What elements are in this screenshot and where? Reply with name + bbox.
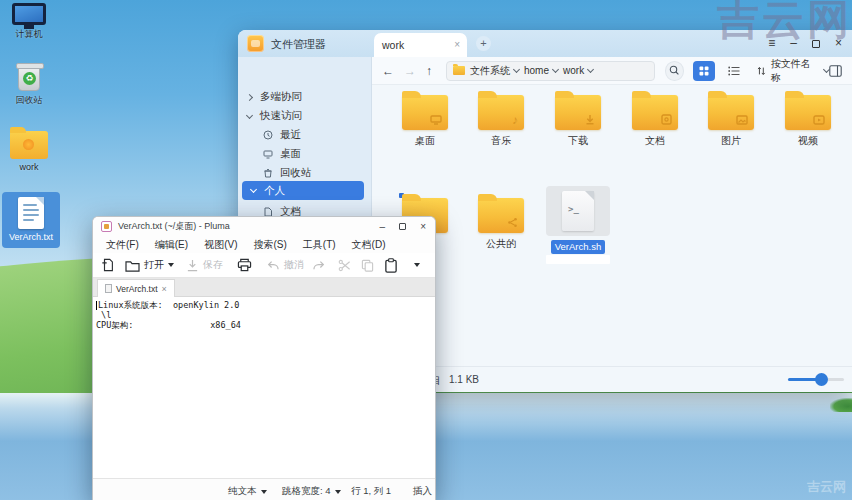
desktop-icon-label: VerArch.txt (2, 232, 60, 242)
tab-width-label: 跳格宽度: 4 (282, 485, 331, 498)
sidebar-item-personal[interactable]: 个人 (242, 181, 364, 200)
sidebar-item-desktop[interactable]: 桌面 (238, 146, 372, 162)
pluma-toolbar: 打开 保存 撤消 (93, 253, 435, 278)
open-button[interactable]: 打开 (125, 258, 174, 272)
folder-icon (478, 198, 524, 233)
folder-icon (453, 66, 465, 75)
sidebar-item-multi-device[interactable]: 多端协同 (238, 89, 372, 105)
back-icon[interactable]: ← (382, 64, 394, 78)
breadcrumb[interactable]: 文件系统 home work (446, 61, 655, 81)
folder-item-music[interactable]: ♪ 音乐 (469, 95, 533, 148)
forward-icon[interactable]: → (404, 64, 416, 78)
breadcrumb-work[interactable]: work (563, 65, 593, 76)
up-icon[interactable]: ↑ (426, 64, 432, 78)
cursor-position-label: 行 1, 列 1 (351, 485, 391, 498)
pluma-statusbar: 纯文本 跳格宽度: 4 行 1, 列 1 插入 (93, 478, 435, 500)
folder-icon (708, 95, 754, 130)
label-edit-area (546, 255, 610, 264)
sidebar-item-recent[interactable]: 最近 (238, 127, 372, 143)
tab-work[interactable]: work × (374, 33, 467, 57)
maximize-icon[interactable] (399, 223, 406, 230)
paste-button[interactable] (384, 258, 398, 273)
menu-file[interactable]: 文件(F) (99, 238, 146, 252)
redo-button[interactable] (312, 259, 326, 271)
desktop-icon-label: work (0, 162, 58, 172)
pluma-window-title: VerArch.txt (~/桌面) - Pluma (118, 220, 230, 233)
editor-line-text: Linux系统版本: openKylin 2.0 (98, 300, 239, 310)
close-icon[interactable]: × (420, 221, 426, 232)
cut-button[interactable] (338, 259, 351, 272)
pluma-menubar: 文件(F) 编辑(E) 视图(V) 搜索(S) 工具(T) 文档(D) (93, 236, 435, 253)
new-tab-button[interactable]: + (476, 36, 491, 51)
folder-item-downloads[interactable]: 下载 (546, 95, 610, 148)
highlight-mode-selector[interactable]: 纯文本 (228, 485, 267, 498)
menu-documents[interactable]: 文档(D) (345, 238, 393, 252)
chevron-down-icon (335, 490, 341, 494)
menu-edit[interactable]: 编辑(E) (148, 238, 195, 252)
sidebar-item-label: 桌面 (280, 147, 301, 161)
tab-close-icon[interactable]: × (162, 284, 167, 294)
file-item-verarch-sh[interactable]: >_ VerArch.sh (546, 186, 610, 264)
tab-width-selector[interactable]: 跳格宽度: 4 (282, 485, 341, 498)
folder-item-documents[interactable]: 文档 (623, 95, 687, 148)
tab-close-icon[interactable]: × (454, 33, 460, 57)
shell-script-icon: >_ (562, 191, 594, 231)
search-button[interactable] (665, 61, 685, 81)
sidebar-item-label: 最近 (280, 128, 301, 142)
desktop-icon-verarch-txt[interactable]: VerArch.txt (2, 192, 60, 248)
desktop-icon-work-folder[interactable]: work (0, 131, 58, 172)
folder-item-public[interactable]: 公共的 (469, 198, 533, 251)
folder-label: 视频 (776, 134, 840, 148)
zoom-slider-handle[interactable] (815, 373, 828, 386)
folder-item-pictures[interactable]: 图片 (699, 95, 763, 148)
file-label: VerArch.sh (551, 240, 605, 254)
editor-line-text: \l (96, 310, 111, 320)
folder-item-videos[interactable]: 视频 (776, 95, 840, 148)
sidebar-item-label: 回收站 (280, 166, 312, 180)
chevron-right-icon (245, 93, 252, 100)
breadcrumb-home[interactable]: home (524, 65, 558, 76)
list-view-button[interactable] (724, 61, 745, 81)
desktop-icon-recycle-bin[interactable]: ♻ 回收站 (0, 66, 58, 107)
pluma-titlebar[interactable]: VerArch.txt (~/桌面) - Pluma – × (93, 217, 435, 236)
new-file-button[interactable] (101, 258, 115, 272)
print-button[interactable] (237, 258, 252, 272)
save-button[interactable]: 保存 (186, 258, 223, 272)
preview-panel-toggle[interactable] (829, 65, 842, 77)
editor-line: Linux系统版本: openKylin 2.0 (96, 300, 435, 310)
undo-button[interactable]: 撤消 (266, 258, 304, 272)
monitor-icon (256, 149, 280, 159)
file-manager-app-icon (247, 35, 264, 52)
pluma-window: VerArch.txt (~/桌面) - Pluma – × 文件(F) 编辑(… (92, 216, 436, 500)
menu-tools[interactable]: 工具(T) (296, 238, 343, 252)
menu-view[interactable]: 视图(V) (197, 238, 244, 252)
panel-icon (829, 65, 842, 77)
copy-icon (361, 259, 374, 272)
open-folder-icon (125, 259, 140, 272)
breadcrumb-root[interactable]: 文件系统 (470, 64, 519, 78)
sidebar-item-quick-access[interactable]: 快速访问 (238, 108, 372, 124)
desktop-icon-computer[interactable]: 计算机 (0, 3, 58, 41)
open-dropdown-icon[interactable] (168, 263, 174, 267)
tab-verarch-txt[interactable]: VerArch.txt × (97, 279, 175, 297)
toolbar-overflow-button[interactable] (414, 263, 420, 267)
watermark-top: 吉云网 (717, 0, 852, 48)
text-file-icon (18, 197, 44, 229)
insert-mode-indicator: 插入 (413, 485, 432, 498)
text-editor-area[interactable]: Linux系统版本: openKylin 2.0 \l CPU架构: x86_6… (93, 297, 435, 478)
trash-icon (256, 168, 280, 178)
menu-search[interactable]: 搜索(S) (246, 238, 293, 252)
sort-selector[interactable]: 按文件名称 (757, 57, 829, 85)
zoom-slider[interactable] (788, 378, 844, 381)
folder-icon (402, 95, 448, 130)
sidebar-item-recycle-bin[interactable]: 回收站 (238, 165, 372, 181)
sidebar-item-label: 多端协同 (260, 90, 302, 104)
text-cursor (96, 301, 97, 310)
editor-line: \l (96, 310, 435, 320)
folder-item-desktop[interactable]: 桌面 (393, 95, 457, 148)
copy-button[interactable] (361, 259, 374, 272)
chevron-down-icon (552, 66, 559, 73)
minimize-icon[interactable]: – (380, 221, 386, 232)
folder-icon (555, 95, 601, 130)
grid-view-button[interactable] (693, 61, 714, 81)
